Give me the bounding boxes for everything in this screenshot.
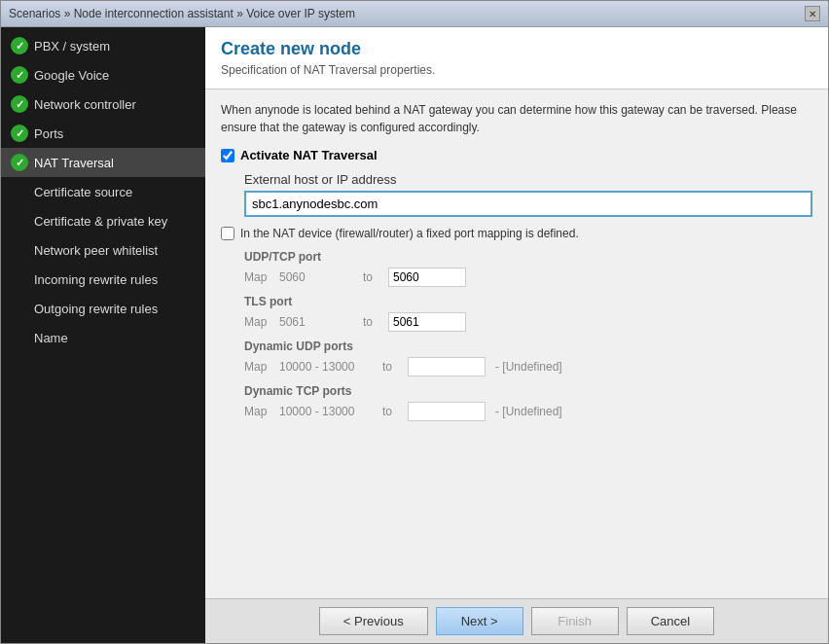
external-host-label: External host or IP address — [244, 172, 812, 187]
tls-section: TLS port Map 5061 to — [244, 295, 812, 332]
check-icon-pbx — [11, 37, 28, 54]
dynamic-tcp-map-label: Map — [244, 405, 273, 418]
udp-tcp-row: Map 5060 to — [244, 268, 812, 287]
activate-nat-row: Activate NAT Traversal — [221, 148, 812, 162]
tls-row: Map 5061 to — [244, 312, 812, 332]
udp-tcp-title: UDP/TCP port — [244, 250, 812, 264]
no-icon-outgoing — [11, 300, 28, 317]
sidebar-item-nat-traversal[interactable]: NAT Traversal — [1, 148, 205, 177]
content-area: PBX / system Google Voice Network contro… — [1, 27, 828, 643]
tls-map-label: Map — [244, 315, 273, 329]
tls-from-value: 5061 — [279, 315, 357, 329]
udp-to-input[interactable] — [388, 268, 466, 287]
form-section: When anynode is located behind a NAT gat… — [205, 89, 828, 598]
dynamic-udp-undefined: - [Undefined] — [495, 360, 562, 374]
check-icon-network-controller — [11, 95, 28, 113]
info-text: When anynode is located behind a NAT gat… — [221, 101, 812, 136]
finish-button[interactable]: Finish — [531, 607, 619, 635]
sidebar-item-certificate-source[interactable]: Certificate source — [1, 177, 205, 206]
no-icon-cert-key — [11, 212, 28, 230]
tls-title: TLS port — [244, 295, 812, 308]
header-section: Create new node Specification of NAT Tra… — [205, 27, 828, 89]
sidebar-item-name[interactable]: Name — [1, 323, 205, 352]
external-host-input[interactable] — [244, 191, 812, 217]
previous-button[interactable]: < Previous — [319, 607, 428, 635]
breadcrumb: Scenarios » Node interconnection assista… — [9, 7, 355, 20]
tls-to-label: to — [363, 315, 382, 329]
udp-to-label: to — [363, 270, 382, 284]
footer: < Previous Next > Finish Cancel — [205, 598, 828, 643]
breadcrumb-text: Scenarios » Node interconnection assista… — [9, 7, 355, 20]
dynamic-udp-map-label: Map — [244, 360, 273, 374]
next-button[interactable]: Next > — [436, 607, 523, 635]
title-bar: Scenarios » Node interconnection assista… — [1, 1, 828, 27]
cancel-button[interactable]: Cancel — [627, 607, 714, 635]
dynamic-tcp-from-value: 10000 - 13000 — [279, 405, 377, 418]
port-mapping-label: In the NAT device (firewall/router) a fi… — [240, 227, 579, 240]
no-icon-name — [11, 329, 28, 346]
dynamic-udp-section: Dynamic UDP ports Map 10000 - 13000 to -… — [244, 340, 812, 376]
sidebar-item-network-peer-whitelist[interactable]: Network peer whitelist — [1, 235, 205, 265]
udp-tcp-section: UDP/TCP port Map 5060 to — [244, 250, 812, 287]
dynamic-tcp-undefined: - [Undefined] — [495, 405, 562, 418]
external-host-group: External host or IP address — [244, 172, 812, 217]
udp-from-value: 5060 — [279, 270, 357, 284]
sidebar-item-network-controller[interactable]: Network controller — [1, 89, 205, 119]
udp-map-label: Map — [244, 270, 273, 284]
main-window: Scenarios » Node interconnection assista… — [0, 0, 829, 644]
sidebar-item-google-voice[interactable]: Google Voice — [1, 60, 205, 89]
dynamic-tcp-row: Map 10000 - 13000 to - [Undefined] — [244, 402, 812, 421]
no-icon-whitelist — [11, 241, 28, 259]
main-panel: Create new node Specification of NAT Tra… — [205, 27, 828, 643]
port-mapping-row: In the NAT device (firewall/router) a fi… — [221, 227, 812, 240]
sidebar-item-outgoing-rewrite-rules[interactable]: Outgoing rewrite rules — [1, 294, 205, 323]
dynamic-tcp-to-input[interactable] — [408, 402, 486, 421]
no-icon-cert-source — [11, 183, 28, 200]
check-icon-ports — [11, 125, 28, 142]
page-subtitle: Specification of NAT Traversal propertie… — [221, 63, 812, 77]
dynamic-udp-to-input[interactable] — [408, 357, 486, 376]
no-icon-incoming — [11, 270, 28, 288]
sidebar-item-pbx-system[interactable]: PBX / system — [1, 31, 205, 60]
check-icon-google-voice — [11, 66, 28, 84]
dynamic-udp-to-label: to — [382, 360, 402, 374]
dynamic-udp-row: Map 10000 - 13000 to - [Undefined] — [244, 357, 812, 376]
sidebar-item-incoming-rewrite-rules[interactable]: Incoming rewrite rules — [1, 265, 205, 294]
dynamic-tcp-title: Dynamic TCP ports — [244, 384, 812, 398]
sidebar-item-certificate-private-key[interactable]: Certificate & private key — [1, 206, 205, 235]
page-title: Create new node — [221, 39, 812, 59]
dynamic-tcp-section: Dynamic TCP ports Map 10000 - 13000 to -… — [244, 384, 812, 421]
check-icon-nat-traversal — [11, 154, 28, 171]
dynamic-udp-title: Dynamic UDP ports — [244, 340, 812, 353]
close-icon[interactable]: ✕ — [805, 6, 820, 21]
activate-nat-label: Activate NAT Traversal — [240, 148, 378, 162]
sidebar: PBX / system Google Voice Network contro… — [1, 27, 205, 643]
tls-to-input[interactable] — [388, 312, 466, 332]
activate-nat-checkbox[interactable] — [221, 149, 234, 162]
port-mapping-checkbox[interactable] — [221, 227, 234, 240]
sidebar-item-ports[interactable]: Ports — [1, 119, 205, 148]
dynamic-tcp-to-label: to — [382, 405, 402, 418]
dynamic-udp-from-value: 10000 - 13000 — [279, 360, 377, 374]
